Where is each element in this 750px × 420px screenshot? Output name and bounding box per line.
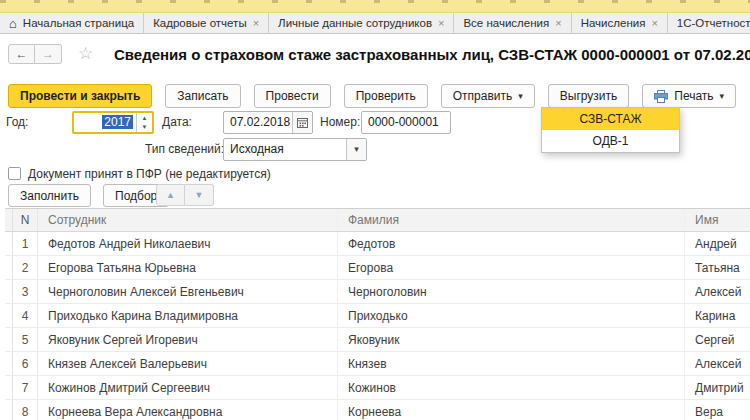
tab-nachisleniya[interactable]: Начисления × [572,13,668,33]
spin-down-icon[interactable]: ▼ [137,123,152,133]
row-marker [5,280,13,303]
home-icon: ⌂ [9,16,17,31]
column-header-name[interactable]: Имя [685,209,750,231]
close-icon[interactable]: × [438,17,444,29]
post-and-close-button[interactable]: Провести и закрыть [8,84,152,108]
move-up-button[interactable]: ▲ [156,184,185,206]
number-field[interactable]: 0000-000001 [361,111,451,134]
write-button[interactable]: Записать [165,84,240,108]
column-header-surname[interactable]: Фамилия [338,209,685,231]
chevron-down-icon: ▾ [354,145,359,154]
year-spinner: ▲ ▼ [136,113,152,132]
calendar-icon [297,117,308,128]
move-row-buttons: ▲ ▼ [156,184,214,206]
send-label: Отправить [453,89,513,103]
table-row[interactable]: 4 Приходько Карина Владимировна Приходьк… [5,304,750,328]
cell-n: 6 [13,352,38,375]
cell-surname: Федотов [338,232,685,255]
command-bar: Провести и закрыть Записать Провести Про… [8,84,736,108]
spin-up-icon[interactable]: ▲ [137,113,152,123]
cell-name: Андрей [685,232,750,255]
cell-employee: Корнеева Вера Александровна [38,400,338,420]
cell-surname: Кожинов [338,376,685,399]
cell-surname: Князев [338,352,685,375]
cell-surname: Егорова [338,256,685,279]
year-label: Год: [6,115,28,129]
check-button[interactable]: Проверить [344,84,428,108]
calendar-button[interactable] [292,112,312,133]
table-row[interactable]: 2 Егорова Татьяна Юрьевна Егорова Татьян… [5,256,750,280]
cell-surname: Приходько [338,304,685,327]
print-label: Печать [674,89,713,103]
row-marker [5,209,13,231]
row-marker [5,400,13,420]
menu-item-szv-stazh[interactable]: СЗВ-СТАЖ [542,108,679,130]
table-row[interactable]: 7 Кожинов Дмитрий Сергеевич Кожинов Дмит… [5,376,750,400]
column-header-n[interactable]: N [13,209,38,231]
forward-button[interactable]: → [35,44,62,64]
fill-button[interactable]: Заполнить [8,184,91,207]
row-marker [5,352,13,375]
post-button[interactable]: Провести [254,84,331,108]
upload-button[interactable]: Выгрузить [548,84,630,108]
send-button[interactable]: Отправить ▾ [441,84,535,108]
date-label: Дата: [162,115,192,129]
close-icon[interactable]: × [555,17,561,29]
type-label: Тип сведений: [145,142,224,156]
close-icon[interactable]: × [651,17,657,29]
date-value: 07.02.2018 [224,112,292,133]
cell-n: 3 [13,280,38,303]
table-row[interactable]: 5 Яковуник Сергей Игоревич Яковуник Серг… [5,328,750,352]
app-window: ⌂ Начальная страница Кадровые отчеты × Л… [0,0,750,420]
print-button[interactable]: Печать ▾ [642,84,736,108]
date-field[interactable]: 07.02.2018 [223,111,313,134]
favorite-star-icon[interactable]: ☆ [78,44,93,64]
cell-surname: Корнеева [338,400,685,420]
tab-label: 1С-Отчетность [677,17,750,29]
print-dropdown-menu: СЗВ-СТАЖ ОДВ-1 [541,107,680,153]
number-label: Номер: [320,115,360,129]
cell-employee: Кожинов Дмитрий Сергеевич [38,376,338,399]
tab-vse-nachisleniya[interactable]: Все начисления × [454,13,571,33]
arrow-up-icon: ▲ [166,190,175,200]
tab-label: Личные данные сотрудников [278,17,432,29]
tab-lichnye-dannye[interactable]: Личные данные сотрудников × [269,13,454,33]
table-row[interactable]: 8 Корнеева Вера Александровна Корнеева В… [5,400,750,420]
cell-n: 8 [13,400,38,420]
arrow-down-icon: ▼ [195,190,204,200]
table-row[interactable]: 1 Федотов Андрей Николаевич Федотов Андр… [5,232,750,256]
move-down-button[interactable]: ▼ [185,184,214,206]
cell-n: 2 [13,256,38,279]
year-field[interactable]: 2017 ▲ ▼ [72,111,154,134]
back-button[interactable]: ← [8,44,35,64]
tab-label: Все начисления [463,17,549,29]
table-row[interactable]: 3 Черноголовин Алексей Евгеньевич Черног… [5,280,750,304]
cell-employee: Егорова Татьяна Юрьевна [38,256,338,279]
close-icon[interactable]: × [253,17,259,29]
menu-item-odv-1[interactable]: ОДВ-1 [542,130,679,152]
cell-name: Алексей [685,280,750,303]
cell-n: 5 [13,328,38,351]
cell-name: Сергей [685,328,750,351]
table-header-row: N Сотрудник Фамилия Имя [5,208,750,232]
year-value: 2017 [74,113,136,132]
tab-label: Кадровые отчеты [153,17,247,29]
cell-n: 1 [13,232,38,255]
cell-n: 7 [13,376,38,399]
cell-name: Дмитрий [685,376,750,399]
tab-kadrovye-otchety[interactable]: Кадровые отчеты × [144,13,269,33]
tab-bar: ⌂ Начальная страница Кадровые отчеты × Л… [0,13,750,34]
combo-dropdown-button[interactable]: ▾ [346,139,366,160]
cell-name: Татьяна [685,256,750,279]
tab-1c-otchetnost[interactable]: 1С-Отчетность × [668,13,750,33]
cell-employee: Федотов Андрей Николаевич [38,232,338,255]
cell-employee: Приходько Карина Владимировна [38,304,338,327]
row-marker [5,328,13,351]
tab-home[interactable]: ⌂ Начальная страница [0,13,144,33]
cell-name: Алексей [685,352,750,375]
cell-employee: Князев Алексей Валерьевич [38,352,338,375]
pfr-accepted-checkbox[interactable] [8,167,21,180]
column-header-employee[interactable]: Сотрудник [38,209,338,231]
table-row[interactable]: 6 Князев Алексей Валерьевич Князев Алекс… [5,352,750,376]
type-combobox[interactable]: Исходная ▾ [223,138,367,161]
